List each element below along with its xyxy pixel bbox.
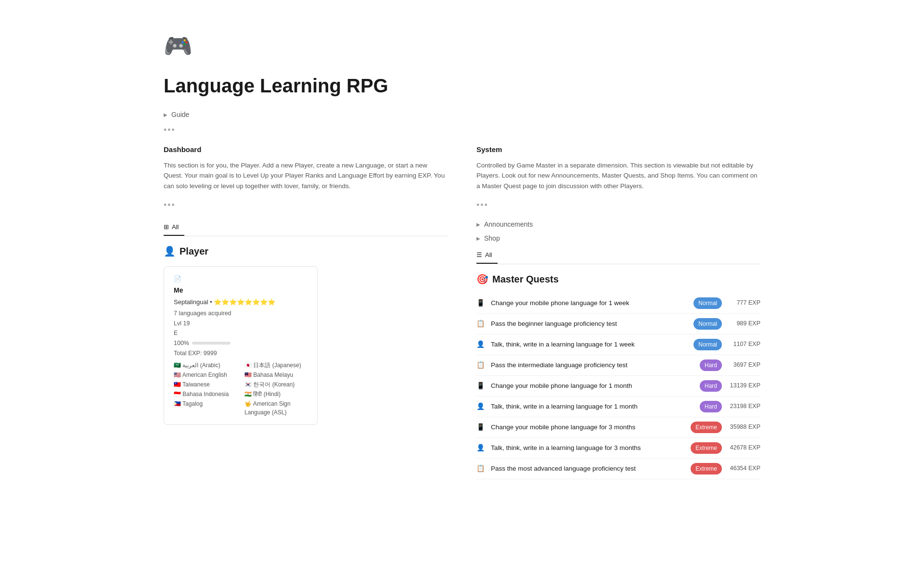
system-toggles: ▶Announcements▶Shop	[476, 219, 760, 244]
quest-exp: 46354 EXP	[727, 464, 760, 473]
quest-name: Pass the most advanced language proficie…	[491, 464, 686, 474]
toggle-arrow: ▶	[476, 235, 480, 242]
quest-icon: 👤	[476, 443, 486, 453]
quest-exp: 13139 EXP	[727, 381, 760, 390]
lang-item: 🇹🇼 Taiwanese	[174, 380, 237, 389]
system-toggle-announcements[interactable]: ▶Announcements	[476, 219, 760, 230]
quest-icon: 👤	[476, 339, 486, 349]
card-rank: Septalingual • ⭐⭐⭐⭐⭐⭐⭐⭐	[174, 297, 308, 307]
lang-item: 🇮🇩 Bahasa Indonesia	[174, 390, 237, 398]
right-tab-all-icon: ☰	[476, 250, 482, 260]
quest-difficulty-badge: Extreme	[691, 422, 722, 433]
quest-row[interactable]: 📱 Change your mobile phone language for …	[476, 417, 760, 438]
quest-difficulty-badge: Extreme	[691, 442, 722, 454]
system-dots: •••	[476, 199, 760, 212]
lang-item: 🇺🇸 American English	[174, 371, 237, 379]
lang-item: 🇯🇵 日本語 (Japanese)	[244, 361, 308, 370]
dashboard-heading: Dashboard	[164, 144, 448, 155]
quest-exp: 23198 EXP	[727, 402, 760, 411]
player-section-label: 👤 Player	[164, 244, 448, 258]
quest-name: Pass the beginner language proficiency t…	[491, 319, 689, 329]
quest-name: Talk, think, write in a learning languag…	[491, 443, 686, 453]
guide-toggle-label: Guide	[171, 110, 189, 120]
quest-difficulty-badge: Hard	[700, 359, 722, 371]
quest-row[interactable]: 📱 Change your mobile phone language for …	[476, 376, 760, 397]
lang-item: 🇰🇷 한국어 (Korean)	[244, 380, 308, 389]
master-quests-heading: 🎯 Master Quests	[476, 272, 760, 286]
card-progress-row: 100%	[174, 339, 308, 348]
card-progress-label: 100%	[174, 339, 189, 348]
toggle-label: Shop	[484, 233, 500, 244]
quest-exp: 1107 EXP	[727, 340, 760, 349]
lang-item: 🇵🇭 Tagalog	[174, 399, 237, 417]
page-icon: 🎮	[164, 29, 760, 64]
quest-icon: 📋	[476, 319, 486, 329]
quest-difficulty-badge: Normal	[693, 339, 722, 350]
lang-item: 🇲🇾 Bahasa Melayu	[244, 371, 308, 379]
quest-row[interactable]: 📋 Pass the intermediate language profici…	[476, 355, 760, 376]
page-title: Language Learning RPG	[164, 71, 760, 100]
quest-difficulty-badge: Normal	[693, 297, 722, 309]
right-tab-bar: ☰ All	[476, 247, 760, 264]
card-progress-bar	[192, 342, 231, 345]
quest-exp: 42678 EXP	[727, 443, 760, 452]
dashboard-dots: •••	[164, 199, 448, 212]
tab-all-label: All	[172, 222, 179, 232]
master-quests-label: Master Quests	[492, 272, 559, 286]
quest-row[interactable]: 📱 Change your mobile phone language for …	[476, 293, 760, 314]
quest-row[interactable]: 👤 Talk, think, write in a learning langu…	[476, 397, 760, 417]
quest-difficulty-badge: Hard	[700, 401, 722, 412]
card-grade: E	[174, 329, 308, 338]
right-tab-all-label: All	[485, 250, 492, 260]
card-languages-grid: 🇸🇦 العربية (Arabic)🇯🇵 日本語 (Japanese)🇺🇸 A…	[174, 361, 308, 417]
quest-icon: 📱	[476, 381, 486, 391]
quest-icon: 📋	[476, 463, 486, 474]
card-total-exp: Total EXP: 9999	[174, 349, 308, 358]
quest-exp: 989 EXP	[727, 319, 760, 328]
master-quests-icon: 🎯	[476, 272, 488, 286]
quest-icon: 📱	[476, 298, 486, 308]
lang-item: 🇮🇳 हिंदी (Hindi)	[244, 390, 308, 398]
quest-row[interactable]: 📋 Pass the beginner language proficiency…	[476, 314, 760, 334]
system-section: System Controlled by Game Master in a se…	[476, 144, 760, 479]
rank-label: Septalingual	[174, 298, 208, 306]
quest-exp: 3697 EXP	[727, 360, 760, 370]
system-description: Controlled by Game Master in a separate …	[476, 160, 760, 192]
dashboard-section: Dashboard This section is for you, the P…	[164, 144, 448, 479]
quest-difficulty-badge: Extreme	[691, 463, 722, 474]
top-dots: •••	[164, 124, 760, 137]
rank-stars: ⭐⭐⭐⭐⭐⭐⭐⭐	[214, 298, 275, 306]
quest-exp: 777 EXP	[727, 298, 760, 308]
system-heading: System	[476, 144, 760, 155]
quest-difficulty-badge: Hard	[700, 380, 722, 392]
left-tab-bar: ⊞ All	[164, 219, 448, 236]
card-langs-acquired: 7 languages acquired	[174, 309, 308, 318]
quest-name: Change your mobile phone language for 1 …	[491, 381, 695, 391]
guide-toggle[interactable]: ▶ Guide	[164, 110, 760, 120]
lang-item: 🇸🇦 العربية (Arabic)	[174, 361, 237, 370]
right-tab-all[interactable]: ☰ All	[476, 247, 498, 264]
quest-row[interactable]: 📋 Pass the most advanced language profic…	[476, 459, 760, 479]
system-toggle-shop[interactable]: ▶Shop	[476, 233, 760, 244]
quest-row[interactable]: 👤 Talk, think, write in a learning langu…	[476, 438, 760, 459]
guide-toggle-arrow: ▶	[164, 111, 167, 118]
quest-name: Talk, think, write in a learning languag…	[491, 340, 689, 349]
quest-name: Change your mobile phone language for 3 …	[491, 423, 686, 432]
tab-all[interactable]: ⊞ All	[164, 219, 184, 236]
player-section-icon: 👤	[164, 244, 176, 258]
quest-row[interactable]: 👤 Talk, think, write in a learning langu…	[476, 334, 760, 355]
quest-name: Talk, think, write in a learning languag…	[491, 402, 695, 411]
card-level: Lvl 19	[174, 319, 308, 328]
quest-exp: 35988 EXP	[727, 423, 760, 432]
toggle-arrow: ▶	[476, 221, 480, 228]
quest-icon: 📱	[476, 422, 486, 432]
toggle-label: Announcements	[484, 219, 533, 230]
quest-icon: 📋	[476, 360, 486, 370]
quest-difficulty-badge: Normal	[693, 318, 722, 330]
lang-item: 🤟 American Sign Language (ASL)	[244, 399, 308, 417]
card-doc-icon: 📄	[174, 274, 308, 284]
player-card: 📄 Me Septalingual • ⭐⭐⭐⭐⭐⭐⭐⭐ 7 languages…	[164, 266, 318, 425]
dashboard-description: This section is for you, the Player. Add…	[164, 160, 448, 192]
card-player-name[interactable]: Me	[174, 285, 308, 295]
quest-icon: 👤	[476, 401, 486, 411]
